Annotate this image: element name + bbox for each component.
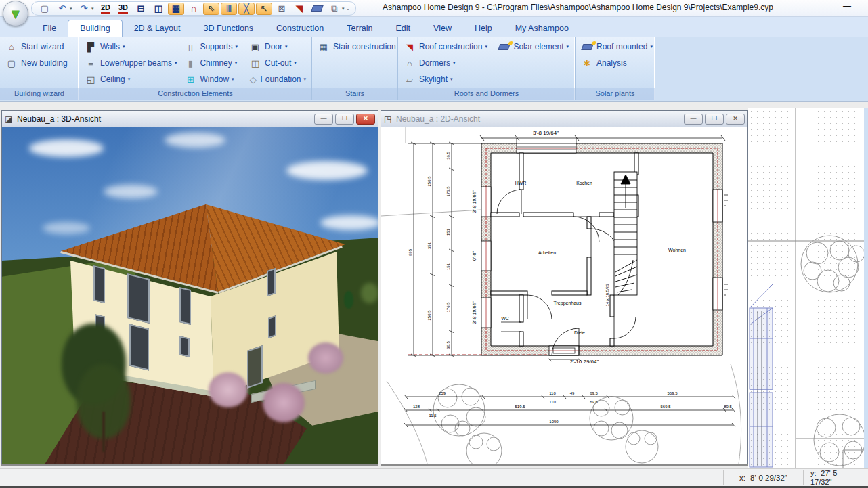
window-2d-close-button[interactable]: ✕	[726, 114, 745, 125]
undo-icon: ↶	[59, 4, 66, 13]
roof-mounted-icon	[581, 43, 593, 51]
copy-icon: ⧉	[331, 4, 337, 13]
analysis-button[interactable]: ✱ Analysis	[578, 55, 655, 71]
roof-texture-button[interactable]: ◥	[291, 3, 307, 15]
tab-2d-layout[interactable]: 2D & Layout	[123, 20, 192, 37]
delete-selection-button[interactable]: ⊠	[274, 3, 290, 15]
view-3d-button[interactable]: 3D	[115, 3, 131, 15]
room-label-stairhall: Treppenhaus	[554, 301, 582, 306]
svg-text:258.5: 258.5	[427, 310, 431, 321]
background-drawing	[748, 108, 868, 468]
chimney-button[interactable]: ▮ Chimney ▾	[181, 55, 246, 71]
room-label-kitchen: Kochen	[576, 181, 592, 185]
redo-dropdown[interactable]: ▾	[91, 6, 97, 12]
supports-icon: ▯	[184, 43, 196, 51]
cut-out-icon: ◫	[249, 59, 261, 68]
background-plan-pane[interactable]	[748, 108, 868, 468]
undo-button[interactable]: ↶	[54, 3, 70, 15]
foundation-button[interactable]: ◇ Foundation ▾	[246, 71, 309, 87]
window-2d-minimize-button[interactable]: —	[684, 114, 703, 125]
redo-icon: ↷	[81, 4, 88, 13]
ceiling-icon: ◱	[85, 75, 97, 84]
snap-pointer-button[interactable]: ⇖	[203, 3, 219, 15]
roof-texture-icon: ◥	[296, 4, 303, 13]
group-label: Construction Elements	[79, 88, 311, 100]
tab-edit[interactable]: Edit	[385, 20, 422, 37]
tab-construction[interactable]: Construction	[265, 20, 335, 37]
3d-viewport[interactable]	[2, 127, 378, 464]
tab-3d-functions[interactable]: 3D Functions	[192, 20, 265, 37]
svg-text:151: 151	[446, 263, 450, 270]
group-label: Stairs	[312, 88, 397, 100]
title-bar[interactable]: ▼ ▢ ↶ ▾ ↷ ▾ 2D 3D ⊟ ◫ ▦ ∩ ⇖ Ⅲ ╳ ↖ ⊠ ◥ ⧉ …	[0, 0, 868, 17]
split-vertical-button[interactable]: ◫	[150, 3, 167, 15]
background-scrollbar[interactable]	[864, 108, 868, 468]
svg-text:151: 151	[446, 228, 450, 236]
tab-building[interactable]: Building	[68, 20, 122, 37]
foundation-icon: ◇	[249, 75, 257, 84]
svg-text:69.5: 69.5	[590, 400, 598, 404]
guides-button[interactable]: Ⅲ	[221, 3, 237, 15]
tab-file[interactable]: File	[31, 20, 68, 37]
svg-text:36.5: 36.5	[446, 341, 450, 349]
start-wizard-button[interactable]: ⌂ Start wizard	[3, 39, 70, 55]
solar-panel-button[interactable]	[309, 3, 325, 15]
tab-my-ashampoo[interactable]: My Ashampoo	[504, 20, 580, 37]
window-3d-close-button[interactable]: ✕	[356, 114, 375, 125]
3d-scene	[2, 127, 378, 464]
stair-construction-button[interactable]: ▦ Stair construction ▾	[315, 39, 404, 55]
window-3d-title: Neubau_a : 3D-Ansicht	[17, 114, 314, 124]
magnet-snap-button[interactable]: ∩	[186, 3, 202, 15]
dim-left-mid: 0'-0"	[472, 251, 477, 261]
grid-toggle-button[interactable]: ▦	[168, 3, 184, 15]
window-button[interactable]: ⊞ Window ▾	[181, 71, 246, 87]
window-2d-restore-button[interactable]: ❐	[705, 114, 724, 125]
svg-text:128: 128	[413, 405, 420, 409]
tab-view[interactable]: View	[422, 20, 463, 37]
view-2d-button[interactable]: 2D	[97, 3, 114, 15]
analysis-icon: ✱	[581, 59, 593, 68]
window-3d-minimize-button[interactable]: —	[314, 114, 333, 125]
roof-construction-button[interactable]: ◥ Roof construction ▾	[401, 39, 496, 55]
chimney-icon: ▮	[184, 59, 196, 68]
window-title: Ashampoo Home Design 9 - C:\Program File…	[383, 3, 773, 12]
window-3d-restore-button[interactable]: ❐	[335, 114, 354, 125]
plan-tree	[433, 384, 658, 464]
stairs	[614, 172, 637, 295]
dormers-button[interactable]: ⌂ Dormers ▾	[401, 55, 496, 71]
window-2d-titlebar[interactable]: ◳ Neubau_a : 2D-Ansicht — ❐ ✕	[381, 111, 747, 127]
skylight-button[interactable]: ▱ Skylight ▾	[401, 71, 496, 87]
app-menu-button[interactable]: ▼	[3, 1, 28, 26]
supports-button[interactable]: ▯ Supports ▾	[181, 39, 246, 55]
delete-icon: ⊠	[278, 4, 286, 13]
lower-upper-beams-button[interactable]: ≡ Lower/upper beams ▾	[82, 55, 181, 71]
roof-mounted-button[interactable]: Roof mounted ▾	[578, 39, 655, 55]
door-button[interactable]: ▣ Door ▾	[246, 39, 309, 55]
undo-dropdown[interactable]: ▾	[70, 6, 75, 12]
split-horizontal-button[interactable]: ⊟	[133, 3, 149, 15]
tab-terrain[interactable]: Terrain	[335, 20, 384, 37]
new-building-button[interactable]: ▢ New building	[3, 55, 70, 71]
cut-out-button[interactable]: ◫ Cut-out ▾	[246, 55, 309, 71]
redo-button[interactable]: ↷	[76, 3, 92, 15]
qat-overflow-button[interactable]: ⌄	[346, 6, 351, 12]
house-window	[179, 287, 191, 325]
solar-element-button[interactable]: Solar element ▾	[496, 39, 571, 55]
2d-viewport[interactable]: HWR Kochen Arbeiten Wohnen Treppenhaus W…	[381, 127, 747, 464]
tab-help[interactable]: Help	[463, 20, 504, 37]
copy-button[interactable]: ⧉	[326, 3, 343, 15]
new-document-button[interactable]: ▢	[37, 3, 53, 15]
minimize-button[interactable]: —	[838, 1, 856, 14]
ribbon: ⌂ Start wizard ▢ New building Building w…	[0, 37, 868, 102]
walls-button[interactable]: ▛ Walls ▾	[82, 39, 181, 55]
window-3d-titlebar[interactable]: ◪ Neubau_a : 3D-Ansicht — ❐ ✕	[2, 111, 378, 127]
ceiling-button[interactable]: ◱ Ceiling ▾	[82, 71, 181, 87]
intersection-icon: ╳	[244, 4, 249, 13]
svg-text:110: 110	[549, 400, 556, 404]
select-button[interactable]: ↖	[256, 3, 272, 15]
3d-view-icon: ◪	[5, 114, 17, 124]
solar-element-icon	[498, 43, 510, 51]
start-wizard-icon: ⌂	[5, 43, 18, 51]
walls-icon: ▛	[85, 43, 97, 51]
intersection-snap-button[interactable]: ╳	[238, 3, 255, 15]
